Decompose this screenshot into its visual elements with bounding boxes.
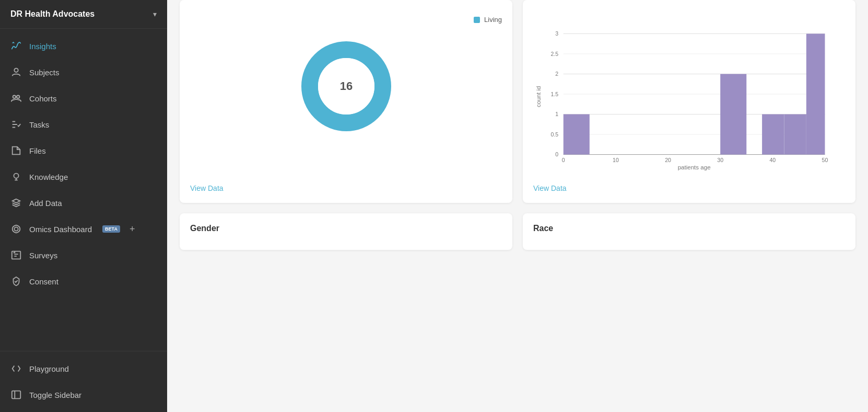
beta-badge: BETA [102, 225, 120, 233]
svg-text:2: 2 [555, 71, 558, 77]
svg-point-0 [14, 68, 18, 72]
sidebar-item-add-data[interactable]: Add Data [0, 190, 167, 216]
sidebar-item-playground[interactable]: Playground [0, 356, 167, 382]
race-card-title: Race [533, 224, 845, 233]
bar [806, 33, 825, 154]
sidebar-item-tasks[interactable]: Tasks [0, 111, 167, 138]
svg-text:3: 3 [555, 30, 558, 37]
donut-svg: 16 [294, 34, 398, 139]
svg-text:40: 40 [769, 157, 776, 163]
svg-text:2.5: 2.5 [550, 51, 558, 57]
svg-point-3 [14, 174, 18, 178]
svg-text:30: 30 [717, 157, 723, 163]
sidebar-header: DR Health Advocates ▾ [0, 0, 167, 29]
view-data-link-bar[interactable]: View Data [533, 178, 845, 192]
donut-center-value: 16 [339, 79, 352, 93]
files-icon [10, 145, 22, 156]
add-data-icon [10, 197, 22, 209]
sidebar-item-files[interactable]: Files [0, 138, 167, 164]
sidebar-item-consent[interactable]: Consent [0, 268, 167, 294]
donut-chart-container: Living 16 [190, 10, 502, 144]
svg-point-2 [17, 96, 19, 99]
sidebar-item-toggle[interactable]: Toggle Sidebar [0, 382, 167, 408]
svg-text:0.5: 0.5 [550, 131, 558, 138]
sidebar-item-label: Cohorts [29, 94, 57, 103]
svg-text:1: 1 [555, 111, 558, 117]
sidebar-item-label: Files [29, 146, 46, 155]
legend-color-swatch [474, 17, 480, 23]
sidebar-footer-item-label: Toggle Sidebar [29, 391, 81, 399]
toggle-sidebar-icon [10, 389, 22, 400]
svg-text:0: 0 [562, 157, 565, 163]
sidebar: DR Health Advocates ▾ Insights Subjects [0, 0, 167, 412]
race-card: Race [523, 213, 855, 250]
donut-card: Living 16 View Data [180, 0, 512, 203]
playground-icon [10, 363, 22, 374]
svg-text:50: 50 [822, 157, 828, 163]
sidebar-item-surveys[interactable]: Surveys [0, 242, 167, 268]
view-data-link-donut[interactable]: View Data [190, 178, 502, 192]
app-title: DR Health Advocates [10, 9, 95, 19]
donut-legend: Living [474, 16, 502, 24]
sidebar-nav: Insights Subjects [0, 29, 167, 351]
svg-rect-5 [12, 391, 21, 399]
bar-chart-container: count id 0 0.5 1 1.5 [533, 10, 845, 178]
svg-text:0: 0 [555, 151, 558, 157]
sidebar-footer: Playground Toggle Sidebar [0, 351, 167, 412]
svg-text:1.5: 1.5 [550, 91, 558, 97]
svg-text:10: 10 [613, 157, 619, 163]
sidebar-item-label: Surveys [29, 251, 57, 260]
gender-card: Gender [180, 213, 512, 250]
sidebar-item-label: Add Data [29, 199, 62, 208]
surveys-icon [10, 249, 22, 261]
svg-text:20: 20 [665, 157, 671, 163]
main-content: Living 16 View Data count id [167, 0, 868, 412]
omics-icon [10, 223, 22, 235]
svg-point-1 [13, 96, 16, 99]
bar [564, 115, 590, 155]
subjects-icon [10, 66, 22, 78]
tasks-icon [10, 119, 22, 130]
knowledge-icon [10, 171, 22, 182]
bar-chart-svg: count id 0 0.5 1 1.5 [533, 10, 845, 178]
bar [762, 115, 784, 155]
sidebar-item-label: Subjects [29, 68, 60, 77]
consent-icon [10, 276, 22, 287]
content-area: Living 16 View Data count id [167, 0, 868, 412]
bar [784, 115, 806, 155]
gender-card-title: Gender [190, 224, 502, 233]
sidebar-item-insights[interactable]: Insights [0, 33, 167, 59]
sidebar-item-knowledge[interactable]: Knowledge [0, 164, 167, 190]
sidebar-item-subjects[interactable]: Subjects [0, 59, 167, 85]
sidebar-item-label: Insights [29, 42, 56, 51]
sidebar-footer-item-label: Playground [29, 364, 69, 373]
y-axis-label: count id [535, 86, 542, 107]
legend-label: Living [484, 16, 502, 24]
sidebar-item-cohorts[interactable]: Cohorts [0, 85, 167, 111]
sidebar-item-label: Knowledge [29, 173, 68, 181]
insights-icon [10, 40, 22, 52]
sidebar-item-omics[interactable]: Omics Dashboard BETA + [0, 216, 167, 242]
bar-chart-card: count id 0 0.5 1 1.5 [523, 0, 855, 203]
svg-point-4 [14, 227, 18, 231]
sidebar-item-label: Consent [29, 277, 58, 286]
add-omics-button[interactable]: + [130, 224, 135, 235]
sidebar-item-label: Tasks [29, 120, 49, 129]
chevron-down-icon[interactable]: ▾ [153, 10, 157, 18]
bar [720, 74, 746, 154]
x-axis-label: patients age [678, 164, 711, 170]
cohorts-icon [10, 93, 22, 104]
sidebar-item-label: Omics Dashboard [29, 225, 92, 234]
